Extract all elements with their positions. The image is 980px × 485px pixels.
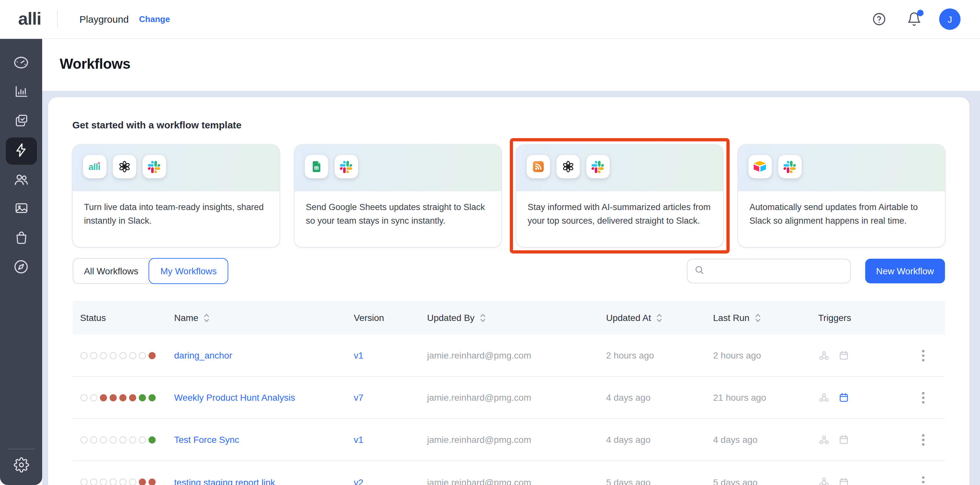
main-area: Workflows Get started with a workflow te… [42,39,980,485]
tab-all-workflows[interactable]: All Workflows [73,259,150,283]
webhook-trigger-icon [818,477,829,485]
status-dots [72,394,174,401]
sidebar-item-media[interactable] [5,196,37,223]
sidebar-item-dashboard[interactable] [5,50,37,77]
shopping-bag-icon [13,229,29,248]
updated-by: jamie.reinhard@pmg.com [427,434,531,445]
alli-tile: alli [83,155,106,178]
search-input[interactable] [710,266,844,276]
page-title-band: Workflows [42,39,980,91]
search-icon [694,264,705,278]
updated-at: 5 days ago [606,477,651,485]
image-icon [13,200,29,218]
sidebar-item-explore[interactable] [5,254,37,281]
status-dot-green [148,436,155,443]
status-dot-empty [109,479,116,485]
status-dot-green [148,394,155,401]
last-run: 2 hours ago [713,350,761,361]
help-button[interactable] [870,11,887,27]
status-dot-red [129,394,136,401]
sidebar-item-team[interactable] [5,167,37,194]
updated-by: jamie.reinhard@pmg.com [427,350,531,361]
workflow-version-link[interactable]: v1 [354,350,364,361]
templates-heading: Get started with a workflow template [72,119,945,130]
new-workflow-button[interactable]: New Workflow [865,259,945,283]
slack-icon [148,161,160,173]
row-actions-button[interactable] [919,389,928,406]
table-row: Test Force Syncv1jamie.reinhard@pmg.com4… [72,419,945,461]
workflow-name-link[interactable]: Weekly Product Hunt Analysis [174,392,295,403]
openai-tile [556,155,579,178]
template-card-2[interactable]: Send Google Sheets updates straight to S… [294,145,501,247]
user-avatar[interactable]: J [939,8,961,30]
openai-icon [561,159,575,174]
column-header-updated-at[interactable]: Updated At [606,313,713,323]
question-circle-icon [871,12,886,27]
column-header-triggers: Triggers [818,313,851,323]
status-dot-empty [100,479,107,485]
sidebar [0,39,42,485]
workflow-name-link[interactable]: Test Force Sync [174,434,239,445]
status-dot-empty [129,479,136,485]
change-workspace-link[interactable]: Change [139,14,170,24]
settings-button[interactable] [13,457,29,475]
template-card-banner [294,145,501,191]
status-dot-empty [119,479,126,485]
workflow-version-link[interactable]: v7 [354,392,364,403]
workflow-version-link[interactable]: v2 [354,477,364,485]
row-actions-button[interactable] [919,473,928,485]
sidebar-item-store[interactable] [5,225,37,252]
sidebar-item-tasks[interactable] [5,108,37,135]
notifications-button[interactable] [905,11,922,27]
status-dot-empty [109,436,116,443]
status-dot-empty [119,436,126,443]
template-card-3-highlighted[interactable]: Stay informed with AI-summarized article… [516,145,723,247]
status-dots [72,436,174,443]
calendar-trigger-icon [838,477,849,485]
status-dot-red [119,394,126,401]
template-card-1[interactable]: alliTurn live data into team-ready insig… [72,145,279,247]
status-dot-empty [138,352,146,359]
clipboard-check-icon [13,113,29,131]
google-sheets-icon [310,160,323,173]
slack-tile [142,155,166,178]
row-actions-button[interactable] [919,431,928,448]
unread-badge [917,10,924,16]
tab-my-workflows[interactable]: My Workflows [149,258,229,284]
openai-tile [113,155,136,178]
status-dots [72,352,174,359]
status-dot-red [148,352,155,359]
workflow-version-link[interactable]: v1 [354,434,364,445]
updated-by: jamie.reinhard@pmg.com [427,477,531,485]
last-run: 21 hours ago [713,392,766,403]
status-dot-green [138,394,146,401]
workflow-name-link[interactable]: testing staging report link [174,477,275,485]
alli-logo-icon: alli [89,161,100,172]
status-dot-empty [90,479,97,485]
column-header-last-run[interactable]: Last Run [713,313,818,323]
template-card-4[interactable]: Automatically send updates from Airtable… [738,145,945,247]
status-dot-empty [90,394,97,401]
column-header-updated-by[interactable]: Updated By [427,313,606,323]
airtable-icon [753,160,767,173]
column-header-name[interactable]: Name [174,313,354,323]
status-dot-empty [90,352,97,359]
sidebar-item-analytics[interactable] [5,79,37,107]
status-dot-empty [129,352,136,359]
slack-icon [592,161,604,173]
search-box[interactable] [687,259,851,283]
table-row: daring_anchorv1jamie.reinhard@pmg.com2 h… [72,335,945,377]
page-title: Workflows [60,56,980,73]
workspace-name: Playground [80,14,129,25]
status-dot-empty [100,436,107,443]
row-actions-button[interactable] [919,347,928,364]
workflow-name-link[interactable]: daring_anchor [174,350,232,361]
status-dot-empty [100,352,107,359]
webhook-trigger-icon [818,434,829,445]
sidebar-item-workflows[interactable] [5,137,37,165]
table-body: daring_anchorv1jamie.reinhard@pmg.com2 h… [72,335,945,485]
calendar-trigger-icon [838,434,849,445]
updated-by: jamie.reinhard@pmg.com [427,392,531,403]
rss-icon [531,160,544,173]
openai-icon [117,159,131,174]
